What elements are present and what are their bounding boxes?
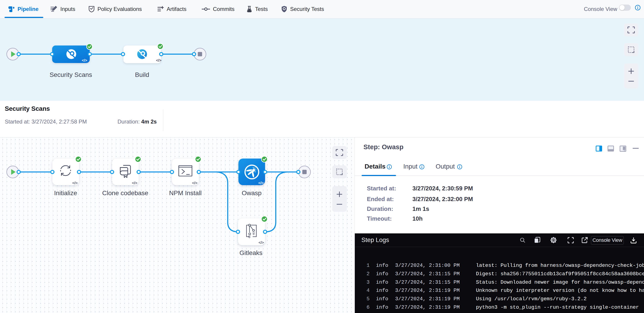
- svg-text:</>: </>: [82, 58, 87, 62]
- svg-text:</>: </>: [192, 181, 198, 185]
- svg-text:Gitleaks: Gitleaks: [239, 249, 262, 256]
- svg-text:Owasp: Owasp: [242, 190, 262, 197]
- svg-text:Initialize: Initialize: [54, 190, 77, 197]
- svg-text:</>: </>: [132, 181, 137, 185]
- svg-text:</>: </>: [258, 181, 264, 185]
- svg-text:</>: </>: [258, 241, 264, 245]
- svg-text:Clone codebase: Clone codebase: [102, 190, 148, 197]
- svg-text:Security Scans: Security Scans: [50, 71, 92, 78]
- svg-text:</>: </>: [156, 58, 162, 62]
- svg-text:</>: </>: [72, 181, 78, 185]
- svg-text:Build: Build: [135, 71, 149, 78]
- svg-text:NPM Install: NPM Install: [169, 190, 202, 197]
